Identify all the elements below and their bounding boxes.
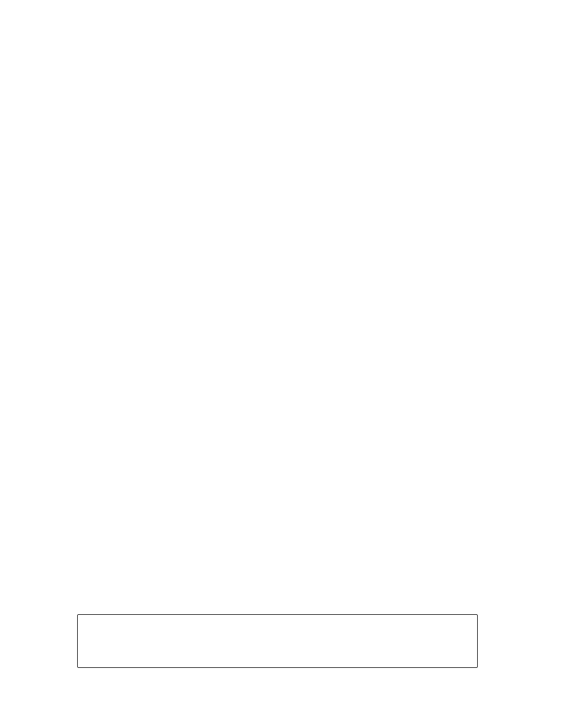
empty-box — [77, 614, 478, 668]
